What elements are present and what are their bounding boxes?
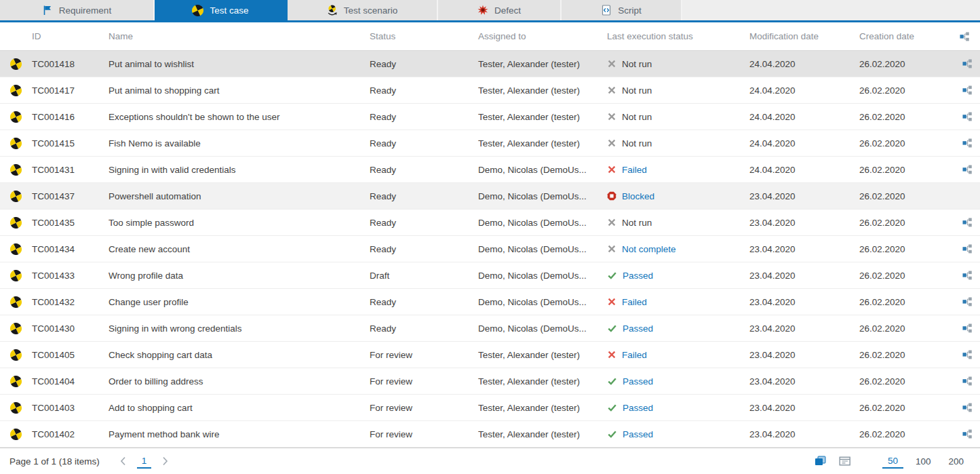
cell-assigned-to: Tester, Alexander (tester) [473,138,602,149]
table-row[interactable]: TC001415Fish Nemo is availableReadyTeste… [0,130,980,157]
table-row[interactable]: TC001402Payment method bank wireFor revi… [0,421,980,448]
cell-status: Ready [365,323,473,334]
execution-status-label[interactable]: Failed [622,297,647,307]
table-row[interactable]: TC001435Too simple passwordReadyDemo, Ni… [0,210,980,236]
table-row[interactable]: TC001433Wrong profile dataDraftDemo, Nic… [0,262,980,289]
execution-status-label[interactable]: Passed [623,403,653,413]
cell-name: Signing in with wrong credentials [104,323,365,334]
tab-defect[interactable]: Defect [438,0,562,20]
tab-script[interactable]: Script [562,0,682,20]
passed-check-icon [607,271,617,280]
table-row[interactable]: TC001418Put animal to wishlistReadyTeste… [0,51,980,77]
column-header-assigned-to[interactable]: Assigned to [473,31,602,41]
cell-creation-date: 26.02.2020 [855,271,949,281]
execution-status-label[interactable]: Not complete [622,244,676,254]
execution-status-label[interactable]: Passed [623,376,653,387]
table-row[interactable]: TC001404Order to billing addressFor revi… [0,368,980,395]
column-header-creation-date[interactable]: Creation date [855,31,949,41]
hierarchy-icon[interactable] [949,85,980,95]
page-size-50[interactable]: 50 [882,454,903,469]
prev-page-button[interactable] [117,456,129,467]
blocked-stop-icon [607,191,616,201]
table-row[interactable]: TC001417Put animal to shopping cartReady… [0,77,980,104]
table-row[interactable]: TC001437Powershell automationReadyDemo, … [0,183,980,210]
tab-test-scenario[interactable]: Test scenario [288,0,438,20]
hierarchy-icon[interactable] [949,165,980,174]
table-row[interactable]: TC001432Change user profileReadyDemo, Ni… [0,289,980,315]
cell-modification-date: 24.04.2020 [745,165,855,175]
cell-id: TC001434 [27,244,104,254]
passed-check-icon [607,376,617,386]
cell-creation-date: 26.02.2020 [855,165,949,175]
hierarchy-icon[interactable] [949,112,980,121]
cell-name: Add to shopping cart [104,403,365,413]
column-header-id[interactable]: ID [27,31,104,41]
cell-modification-date: 24.04.2020 [745,138,855,149]
panel-view-icon[interactable] [839,456,851,467]
cell-creation-date: 26.02.2020 [855,244,949,254]
not-run-x-icon [607,112,616,121]
hierarchy-icon[interactable] [949,403,980,412]
hierarchy-icon[interactable] [949,271,980,280]
table-row[interactable]: TC001431Signing in with valid credential… [0,157,980,183]
pager-footer: Page 1 of 1 (18 items) 1 50100200 [0,448,980,474]
grid-body: TC001418Put animal to wishlistReadyTeste… [0,51,980,448]
table-row[interactable]: TC001403Add to shopping cartFor reviewTe… [0,395,980,421]
execution-status-label[interactable]: Failed [622,165,647,175]
execution-status-label[interactable]: Passed [623,271,653,281]
tab-test-case[interactable]: Test case [155,0,288,20]
not-run-x-icon [607,85,616,95]
passed-check-icon [607,429,617,439]
execution-status-label[interactable]: Failed [622,350,647,360]
page-size-200[interactable]: 200 [943,454,969,468]
cell-modification-date: 24.04.2020 [745,59,855,69]
hierarchy-icon[interactable] [949,244,980,254]
hierarchy-icon[interactable] [949,297,980,307]
hierarchy-icon[interactable] [949,376,980,386]
column-header-modification-date[interactable]: Modification date [745,31,855,41]
cell-name: Too simple password [104,218,365,228]
passed-check-icon [607,323,617,333]
hierarchy-icon[interactable] [949,350,980,359]
cell-creation-date: 26.02.2020 [855,112,949,122]
hierarchy-icon[interactable] [949,59,980,68]
tab-requirement[interactable]: Requirement [0,0,155,20]
cell-name: Exceptions shouldn't be shown to the use… [104,112,365,122]
hierarchy-icon[interactable] [949,32,980,41]
execution-status-label[interactable]: Passed [623,323,653,334]
cell-name: Check shopping cart data [104,350,365,360]
next-page-button[interactable] [159,456,171,467]
hierarchy-icon[interactable] [949,218,980,227]
cell-id: TC001417 [27,85,104,96]
pager-right: 50100200 [802,454,969,469]
table-row[interactable]: TC001405Check shopping cart dataFor revi… [0,342,980,368]
cell-status: Ready [365,165,473,175]
testcase-icon [0,164,27,176]
column-header-status[interactable]: Status [365,31,473,41]
cell-assigned-to: Tester, Alexander (tester) [473,85,602,96]
column-header-name[interactable]: Name [104,31,365,41]
cell-status: Draft [365,271,473,281]
table-row[interactable]: TC001416Exceptions shouldn't be shown to… [0,104,980,130]
page-info: Page 1 of 1 (18 items) [9,456,100,467]
column-header-last-execution-status[interactable]: Last execution status [602,31,745,41]
table-row[interactable]: TC001430Signing in with wrong credential… [0,315,980,342]
table-row[interactable]: TC001434Create new accountReadyDemo, Nic… [0,236,980,262]
cell-last-execution-status: Not run [602,218,745,228]
hierarchy-icon[interactable] [949,429,980,439]
cell-id: TC001404 [27,376,104,387]
cell-status: Ready [365,112,473,122]
page-size-100[interactable]: 100 [910,454,937,468]
cell-creation-date: 26.02.2020 [855,350,949,360]
execution-status-label[interactable]: Passed [623,429,653,439]
current-page-button[interactable]: 1 [137,454,152,469]
cell-id: TC001431 [27,165,104,175]
testcase-icon [0,243,27,255]
hierarchy-icon[interactable] [949,323,980,333]
cell-creation-date: 26.02.2020 [855,297,949,307]
execution-status-label[interactable]: Blocked [622,191,654,201]
cell-modification-date: 23.04.2020 [745,297,855,307]
hierarchy-icon[interactable] [949,138,980,148]
cell-last-execution-status: Not run [602,59,745,69]
copy-pages-icon[interactable] [815,456,827,467]
